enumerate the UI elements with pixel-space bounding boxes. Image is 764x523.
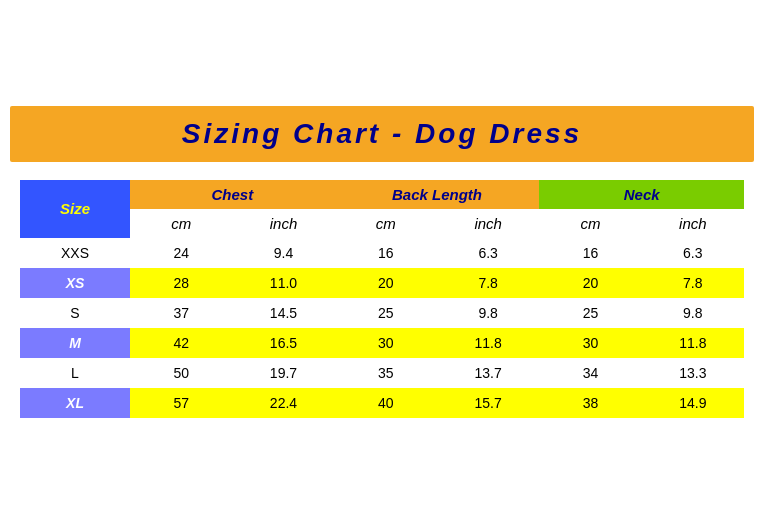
- back-cm-cell: 35: [335, 358, 437, 388]
- size-cell: XS: [20, 268, 130, 298]
- table-row: XXS249.4166.3166.3: [20, 238, 744, 268]
- chest-header: Chest: [130, 180, 335, 209]
- neck-inch-cell: 13.3: [642, 358, 744, 388]
- table-wrapper: Size Chest Back Length Neck cm inch cm i…: [10, 180, 754, 418]
- back-inch-cell: 11.8: [437, 328, 539, 358]
- size-header: Size: [20, 180, 130, 238]
- back-cm-cell: 40: [335, 388, 437, 418]
- back-inch-cell: 9.8: [437, 298, 539, 328]
- neck-inch-cell: 14.9: [642, 388, 744, 418]
- neck-cm-cell: 20: [539, 268, 641, 298]
- chest-cm-cell: 42: [130, 328, 232, 358]
- neck-header: Neck: [539, 180, 744, 209]
- page-title: Sizing Chart - Dog Dress: [182, 118, 582, 149]
- chest-inch-cell: 19.7: [232, 358, 334, 388]
- title-bar: Sizing Chart - Dog Dress: [10, 106, 754, 162]
- neck-inch-cell: 11.8: [642, 328, 744, 358]
- neck-cm-cell: 16: [539, 238, 641, 268]
- neck-inch-cell: 6.3: [642, 238, 744, 268]
- size-cell: XXS: [20, 238, 130, 268]
- back-cm-cell: 25: [335, 298, 437, 328]
- chest-inch-header: inch: [232, 209, 334, 238]
- chest-inch-cell: 11.0: [232, 268, 334, 298]
- neck-cm-cell: 34: [539, 358, 641, 388]
- table-row: XS2811.0207.8207.8: [20, 268, 744, 298]
- neck-cm-header: cm: [539, 209, 641, 238]
- back-inch-cell: 7.8: [437, 268, 539, 298]
- neck-inch-header: inch: [642, 209, 744, 238]
- table-row: S3714.5259.8259.8: [20, 298, 744, 328]
- table-row: XL5722.44015.73814.9: [20, 388, 744, 418]
- size-cell: S: [20, 298, 130, 328]
- back-inch-cell: 13.7: [437, 358, 539, 388]
- chest-inch-cell: 16.5: [232, 328, 334, 358]
- back-inch-header: inch: [437, 209, 539, 238]
- back-inch-cell: 15.7: [437, 388, 539, 418]
- size-cell: M: [20, 328, 130, 358]
- chest-inch-cell: 14.5: [232, 298, 334, 328]
- neck-inch-cell: 7.8: [642, 268, 744, 298]
- back-length-header: Back Length: [335, 180, 540, 209]
- back-cm-cell: 20: [335, 268, 437, 298]
- size-cell: XL: [20, 388, 130, 418]
- neck-cm-cell: 30: [539, 328, 641, 358]
- chest-cm-cell: 50: [130, 358, 232, 388]
- chest-inch-cell: 22.4: [232, 388, 334, 418]
- chest-cm-cell: 37: [130, 298, 232, 328]
- back-cm-cell: 16: [335, 238, 437, 268]
- table-row: L5019.73513.73413.3: [20, 358, 744, 388]
- back-cm-header: cm: [335, 209, 437, 238]
- size-cell: L: [20, 358, 130, 388]
- back-inch-cell: 6.3: [437, 238, 539, 268]
- neck-cm-cell: 38: [539, 388, 641, 418]
- chest-inch-cell: 9.4: [232, 238, 334, 268]
- chest-cm-cell: 28: [130, 268, 232, 298]
- neck-cm-cell: 25: [539, 298, 641, 328]
- sizing-table: Size Chest Back Length Neck cm inch cm i…: [20, 180, 744, 418]
- chest-cm-cell: 24: [130, 238, 232, 268]
- chest-cm-cell: 57: [130, 388, 232, 418]
- table-row: M4216.53011.83011.8: [20, 328, 744, 358]
- back-cm-cell: 30: [335, 328, 437, 358]
- neck-inch-cell: 9.8: [642, 298, 744, 328]
- chest-cm-header: cm: [130, 209, 232, 238]
